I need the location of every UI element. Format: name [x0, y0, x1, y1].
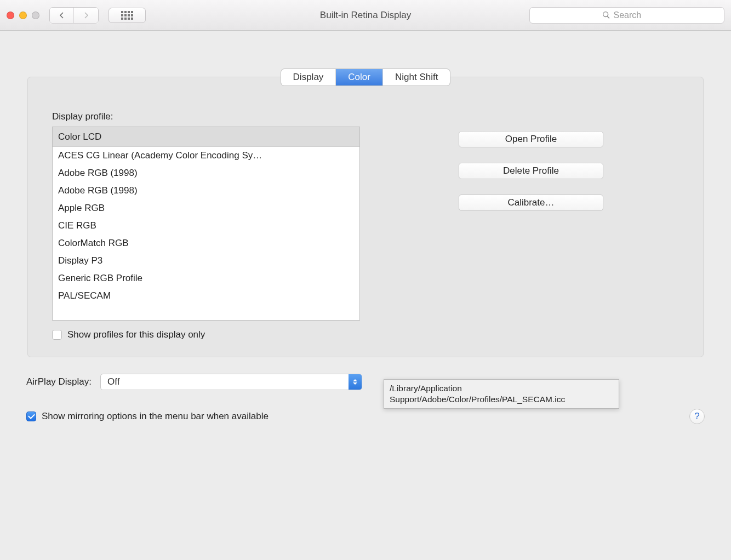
profile-item[interactable]: ACES CG Linear (Academy Color Encoding S… — [53, 147, 359, 164]
titlebar: Built-in Retina Display — [0, 0, 731, 31]
airplay-label: AirPlay Display: — [26, 376, 92, 387]
mirroring-checkbox-row[interactable]: Show mirroring options in the menu bar w… — [26, 411, 269, 422]
delete-profile-button[interactable]: Delete Profile — [459, 163, 603, 179]
tab-night-shift[interactable]: Night Shift — [383, 69, 450, 85]
profile-item[interactable]: ColorMatch RGB — [53, 235, 359, 252]
profile-item[interactable]: Color LCD — [53, 127, 359, 147]
profile-item[interactable]: Apple RGB — [53, 199, 359, 217]
tooltip: /Library/Application Support/Adobe/Color… — [384, 379, 619, 409]
segmented-tabs: Display Color Night Shift — [281, 69, 450, 85]
zoom-window-button[interactable] — [32, 12, 39, 19]
tab-color[interactable]: Color — [336, 69, 383, 85]
mirroring-label: Show mirroring options in the menu bar w… — [42, 411, 269, 422]
window-controls — [7, 12, 39, 19]
show-profiles-checkbox-row[interactable]: Show profiles for this display only — [52, 329, 360, 340]
tab-bar: Display Color Night Shift — [0, 69, 731, 85]
content: Display Color Night Shift Display profil… — [0, 69, 731, 435]
profile-item[interactable]: PAL/SECAM — [53, 287, 359, 305]
profile-list[interactable]: Color LCDACES CG Linear (Academy Color E… — [52, 127, 360, 321]
color-panel: Display profile: Color LCDACES CG Linear… — [27, 77, 704, 357]
bottom-area: AirPlay Display: Off Show mirroring opti… — [0, 357, 731, 424]
minimize-window-button[interactable] — [19, 12, 27, 19]
forward-button[interactable] — [74, 8, 98, 23]
tab-display[interactable]: Display — [281, 69, 336, 85]
mirroring-checkbox[interactable] — [26, 412, 36, 421]
profile-item[interactable]: Display P3 — [53, 252, 359, 270]
back-button[interactable] — [50, 8, 74, 23]
grid-icon — [121, 11, 133, 20]
show-profiles-checkbox[interactable] — [52, 330, 62, 340]
close-window-button[interactable] — [7, 12, 14, 19]
profile-item[interactable]: Adobe RGB (1998) — [53, 164, 359, 182]
help-button[interactable]: ? — [689, 409, 705, 424]
open-profile-button[interactable]: Open Profile — [459, 131, 603, 147]
profile-item[interactable]: CIE RGB — [53, 217, 359, 235]
display-profile-label: Display profile: — [52, 111, 360, 122]
airplay-select[interactable]: Off — [100, 374, 362, 390]
nav-back-forward — [49, 7, 99, 24]
search-icon — [602, 11, 610, 19]
show-all-button[interactable] — [108, 8, 146, 23]
calibrate-button[interactable]: Calibrate… — [459, 195, 603, 211]
search-input[interactable] — [614, 10, 652, 20]
search-field[interactable] — [529, 7, 724, 24]
show-profiles-label: Show profiles for this display only — [67, 329, 205, 340]
profile-item[interactable]: Generic RGB Profile — [53, 270, 359, 287]
stepper-icon — [349, 374, 362, 390]
profile-item[interactable]: Adobe RGB (1998) — [53, 182, 359, 199]
airplay-value: Off — [107, 376, 119, 387]
